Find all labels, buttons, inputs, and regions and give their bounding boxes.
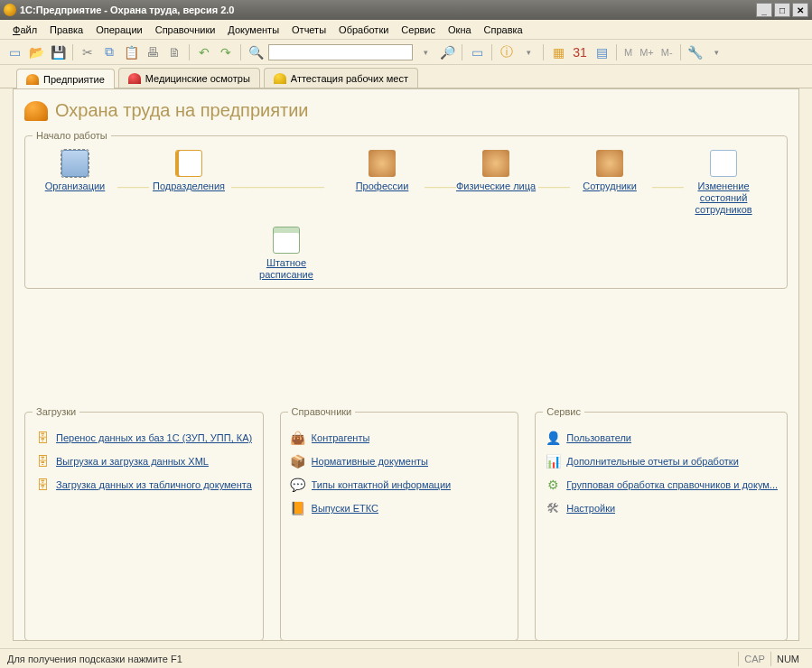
flow-link[interactable]: Физические лица (456, 181, 536, 192)
settings-button[interactable]: 🔧 (686, 43, 705, 61)
tab-label: Медицинские осмотры (145, 73, 250, 84)
menu-help[interactable]: Справка (479, 23, 528, 37)
search-combo[interactable] (268, 44, 413, 60)
separator (72, 44, 73, 60)
flow-link[interactable]: Сотрудники (583, 181, 637, 192)
flow-employees[interactable]: Сотрудники (567, 150, 652, 192)
spreadsheet-icon (273, 227, 300, 254)
link-transfer-1c[interactable]: 🗄 Перенос данных из баз 1С (ЗУП, УПП, КА… (33, 426, 256, 450)
minimize-button[interactable]: _ (756, 3, 772, 17)
open-button[interactable]: 📂 (27, 43, 45, 61)
copy-button[interactable]: ⧉ (100, 43, 118, 61)
menu-directories[interactable]: Справочники (150, 23, 221, 37)
link-label[interactable]: Нормативные документы (312, 456, 428, 467)
dropdown-icon[interactable]: ▾ (416, 43, 434, 61)
link-label[interactable]: Настройки (566, 503, 615, 514)
link-label[interactable]: Пользователи (566, 432, 631, 443)
link-label[interactable]: Типы контактной информации (312, 479, 452, 490)
window-list-button[interactable]: ▭ (468, 43, 486, 61)
new-button[interactable]: ▭ (5, 43, 23, 61)
flow-link[interactable]: Штатное расписание (244, 257, 329, 281)
link-settings[interactable]: 🛠 Настройки (543, 496, 779, 520)
menu-service[interactable]: Сервис (396, 23, 441, 37)
undo-button[interactable]: ↶ (195, 43, 213, 61)
link-label[interactable]: Загрузка данных из табличного документа (56, 479, 252, 490)
paste-button[interactable]: 📋 (122, 43, 140, 61)
content-area: Охрана труда на предприятии Начало работ… (13, 88, 799, 641)
user-icon: 👤 (545, 430, 561, 446)
page-header: Охрана труда на предприятии (24, 100, 788, 121)
document-icon (710, 150, 737, 177)
flow-professions[interactable]: Профессии (340, 150, 425, 192)
people-icon (369, 150, 396, 177)
separator (491, 44, 492, 60)
menu-reports[interactable]: Отчеты (286, 23, 331, 37)
save-button[interactable]: 💾 (49, 43, 67, 61)
link-table-doc[interactable]: 🗄 Загрузка данных из табличного документ… (33, 473, 256, 496)
link-label[interactable]: Дополнительные отчеты и обработки (566, 456, 739, 467)
link-etks[interactable]: 📙 Выпуски ЕТКС (288, 496, 511, 520)
tools-icon: 🛠 (545, 500, 561, 516)
print-preview-button[interactable]: 🗎 (165, 43, 183, 61)
search-button[interactable]: 🔍 (247, 43, 265, 61)
box-icon: 📦 (290, 453, 306, 469)
flow-link[interactable]: Подразделения (153, 181, 225, 192)
flow-link[interactable]: Организации (45, 181, 106, 192)
link-users[interactable]: 👤 Пользователи (543, 426, 779, 450)
connector-icon: — — (117, 177, 146, 196)
columns: Загрузки 🗄 Перенос данных из баз 1С (ЗУП… (24, 406, 788, 641)
link-group-processing[interactable]: ⚙ Групповая обработка справочников и док… (543, 473, 779, 496)
link-label[interactable]: Групповая обработка справочников и докум… (566, 479, 778, 490)
flow-divisions[interactable]: Подразделения (146, 150, 231, 192)
close-button[interactable]: ✕ (792, 3, 808, 17)
link-label[interactable]: Выгрузка и загрузка данных XML (56, 456, 209, 467)
workflow: Организации — — Подразделения — — — — — … (33, 150, 779, 216)
status-bar: Для получения подсказки нажмите F1 CAP N… (0, 648, 812, 668)
flow-staff-schedule[interactable]: Штатное расписание (244, 227, 329, 281)
link-label[interactable]: Перенос данных из баз 1С (ЗУП, УПП, КА) (56, 432, 252, 443)
flow-link[interactable]: Профессии (356, 181, 409, 192)
dropdown-icon[interactable]: ▾ (708, 43, 726, 61)
memory-m[interactable]: M (622, 47, 634, 58)
list-button[interactable]: ▤ (593, 43, 611, 61)
info-icon: 💬 (290, 477, 306, 493)
flow-link[interactable]: Изменение состояний сотрудников (681, 181, 766, 216)
memory-mminus[interactable]: M- (659, 47, 675, 58)
redo-button[interactable]: ↷ (217, 43, 235, 61)
menu-operations[interactable]: Операции (90, 23, 147, 37)
tabs: Предприятие Медицинские осмотры Аттестац… (0, 65, 812, 88)
menu-documents[interactable]: Документы (222, 23, 285, 37)
flow-organizations[interactable]: Организации (33, 150, 117, 192)
calendar-button[interactable]: 31 (571, 43, 589, 61)
tab-medical[interactable]: Медицинские осмотры (118, 68, 260, 88)
print-button[interactable]: 🖶 (144, 43, 162, 61)
find-button[interactable]: 🔎 (438, 43, 456, 61)
link-contractors[interactable]: 👜 Контрагенты (288, 426, 511, 450)
flow-change-states[interactable]: Изменение состояний сотрудников (681, 150, 766, 216)
tab-attestation[interactable]: Аттестация рабочих мест (264, 68, 418, 88)
link-contact-types[interactable]: 💬 Типы контактной информации (288, 473, 511, 496)
flow-persons[interactable]: Физические лица (453, 150, 538, 192)
group-legend: Загрузки (33, 406, 79, 417)
menu-windows[interactable]: Окна (443, 23, 477, 37)
link-label[interactable]: Контрагенты (312, 432, 370, 443)
link-additional-reports[interactable]: 📊 Дополнительные отчеты и обработки (543, 450, 779, 473)
group-legend: Сервис (543, 406, 584, 417)
database-icon: 🗄 (34, 477, 51, 493)
dropdown-icon[interactable]: ▾ (519, 43, 537, 61)
menu-processing[interactable]: Обработки (333, 23, 394, 37)
info-button[interactable]: ⓘ (498, 43, 516, 61)
tab-enterprise[interactable]: Предприятие (16, 69, 115, 88)
menu-edit[interactable]: Правка (44, 23, 89, 37)
memory-mplus[interactable]: M+ (638, 47, 656, 58)
maximize-button[interactable]: □ (774, 3, 790, 17)
link-normative[interactable]: 📦 Нормативные документы (288, 450, 511, 473)
calc-button[interactable]: ▦ (549, 43, 567, 61)
workflow-branch: Штатное расписание (244, 227, 779, 281)
cut-button[interactable]: ✂ (79, 43, 97, 61)
window-title: 1С:Предприятие - Охрана труда, версия 2.… (20, 5, 756, 15)
link-label[interactable]: Выпуски ЕТКС (312, 503, 378, 514)
link-xml[interactable]: 🗄 Выгрузка и загрузка данных XML (33, 450, 256, 473)
status-cap: CAP (738, 652, 770, 666)
menu-file[interactable]: Файл (7, 23, 42, 37)
